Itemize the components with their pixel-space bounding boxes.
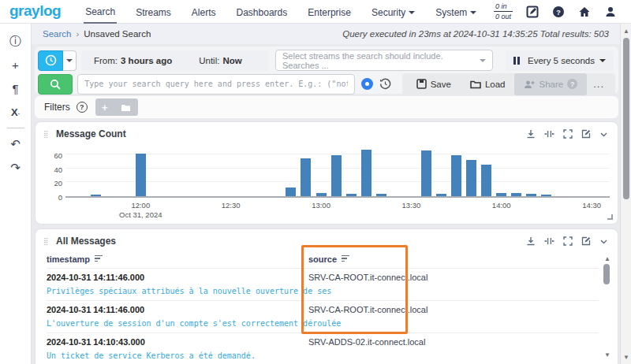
- scrollbar-thumb[interactable]: [603, 264, 610, 284]
- help-icon[interactable]: ?: [551, 5, 565, 18]
- chart-bar[interactable]: [481, 165, 491, 196]
- add-filter-button[interactable]: +: [95, 98, 138, 116]
- focus-icon[interactable]: [544, 129, 554, 139]
- x-axis-tick: 13:00: [312, 201, 330, 210]
- save-icon: [416, 79, 427, 89]
- fields-icon[interactable]: X.: [6, 102, 25, 121]
- message-count-plot[interactable]: [65, 149, 610, 198]
- undo-icon[interactable]: ↶: [6, 135, 25, 154]
- info-circle-icon[interactable]: ⓘ: [6, 32, 25, 50]
- nav-search[interactable]: Search: [84, 0, 117, 24]
- chart-bar[interactable]: [136, 154, 146, 196]
- download-icon[interactable]: [526, 236, 536, 246]
- chart-bar[interactable]: [331, 155, 342, 196]
- search-query-input[interactable]: [77, 74, 354, 95]
- chevron-down-icon[interactable]: [599, 130, 608, 139]
- chart-bar[interactable]: [421, 150, 431, 196]
- scrollbar-thumb[interactable]: [623, 38, 629, 199]
- plus-icon[interactable]: +: [6, 55, 25, 74]
- message-text: L'ouverture de session d'un compte s'est…: [47, 319, 599, 328]
- sort-icon[interactable]: [95, 255, 103, 264]
- edit-icon[interactable]: [581, 129, 591, 139]
- message-text: Privilèges spéciaux attribués à la nouve…: [47, 287, 599, 295]
- chart-bar[interactable]: [466, 160, 476, 196]
- share-button[interactable]: Share ?: [514, 73, 587, 95]
- table-row[interactable]: 2024-10-31 14:11:46.000 SRV-CA-ROOT.it-c…: [47, 268, 599, 300]
- scroll-down-arrow[interactable]: ▼: [621, 351, 631, 362]
- save-button[interactable]: Save: [407, 73, 461, 95]
- time-range-caret-button[interactable]: [63, 50, 77, 71]
- chart-bar[interactable]: [436, 194, 446, 196]
- throughput-indicator[interactable]: 0 in 0 out: [494, 2, 513, 20]
- search-button[interactable]: [38, 74, 73, 95]
- chart-bar[interactable]: [361, 150, 372, 196]
- left-sidebar: ⓘ + ¶ X. ↶ ↷: [0, 24, 32, 364]
- edit-icon[interactable]: [525, 5, 539, 18]
- scroll-up-arrow[interactable]: ▲: [621, 25, 631, 36]
- refresh-interval-select[interactable]: Every 5 seconds: [528, 56, 606, 65]
- edit-icon[interactable]: [581, 236, 591, 246]
- nav-enterprise[interactable]: Enterprise: [306, 1, 353, 23]
- table-row[interactable]: 2024-10-31 14:10:43.000 SRV-ADDS-02.it-c…: [47, 332, 599, 364]
- drag-handle-icon[interactable]: ⣿: [43, 240, 51, 243]
- y-axis-tick: 40: [47, 165, 62, 174]
- breadcrumb-bar: Search › Unsaved Search Query executed i…: [32, 24, 620, 44]
- column-header-timestamp[interactable]: timestamp: [47, 254, 308, 264]
- search-actions-group: Save Load Share ? ...: [402, 73, 615, 95]
- time-range-button[interactable]: [38, 50, 63, 71]
- sidebar-divider: [7, 128, 24, 128]
- nav-dashboards[interactable]: Dashboards: [235, 1, 289, 23]
- sort-icon[interactable]: [342, 255, 349, 264]
- svg-text:?: ?: [556, 8, 561, 16]
- scroll-up-arrow[interactable]: ▲: [602, 253, 613, 264]
- all-messages-widget: ⣿ All Messages timestamp source: [35, 228, 618, 364]
- pause-icon[interactable]: [513, 57, 520, 65]
- y-axis-tick: 20: [47, 179, 62, 188]
- column-header-source[interactable]: source: [308, 254, 599, 264]
- download-icon[interactable]: [526, 129, 536, 139]
- user-icon[interactable]: [603, 5, 617, 18]
- nav-system[interactable]: System: [434, 1, 478, 23]
- chevron-down-icon[interactable]: [599, 237, 608, 246]
- chart-bar[interactable]: [91, 195, 101, 196]
- nav-streams[interactable]: Streams: [134, 1, 173, 23]
- redo-icon[interactable]: ↷: [6, 158, 25, 177]
- chart-bar[interactable]: [451, 155, 461, 196]
- chart-bar[interactable]: [316, 193, 327, 196]
- chevron-down-icon: [470, 11, 476, 14]
- graylog-logo[interactable]: graylog: [9, 2, 61, 20]
- resize-handle[interactable]: [607, 214, 613, 220]
- pilcrow-icon[interactable]: ¶: [6, 79, 25, 98]
- chart-bar[interactable]: [526, 194, 536, 196]
- chart-bar[interactable]: [376, 194, 386, 196]
- scroll-down-arrow[interactable]: ▼: [602, 349, 613, 360]
- nav-security[interactable]: Security: [370, 1, 416, 23]
- filters-help-icon[interactable]: ?: [77, 102, 88, 113]
- folder-icon: [470, 80, 481, 89]
- query-history-icon[interactable]: [379, 78, 391, 90]
- breadcrumb-separator: ›: [76, 29, 79, 39]
- query-help-icon[interactable]: [361, 78, 373, 90]
- fullscreen-icon[interactable]: [563, 129, 573, 139]
- chart-bar[interactable]: [511, 193, 521, 196]
- nav-alerts[interactable]: Alerts: [190, 1, 218, 23]
- chart-bar[interactable]: [346, 194, 357, 196]
- table-scrollbar: ▲ ▼: [602, 253, 611, 360]
- source-cell: SRV-ADDS-02.it-connect.local: [308, 337, 599, 347]
- chart-bar[interactable]: [496, 193, 506, 196]
- time-range-display[interactable]: From:3 hours ago Until:Now: [81, 50, 269, 71]
- stream-select[interactable]: Select streams the search should include…: [275, 50, 493, 71]
- table-row[interactable]: 2024-10-31 14:11:46.000 SRV-CA-ROOT.it-c…: [47, 300, 599, 332]
- load-button[interactable]: Load: [461, 73, 515, 95]
- chart-bar[interactable]: [541, 195, 551, 196]
- breadcrumb-search-link[interactable]: Search: [43, 29, 71, 39]
- home-icon[interactable]: [577, 5, 591, 18]
- more-actions-button[interactable]: ...: [587, 78, 610, 90]
- chart-bar[interactable]: [301, 158, 311, 196]
- fullscreen-icon[interactable]: [563, 236, 573, 246]
- chart-bar[interactable]: [286, 188, 296, 196]
- drag-handle-icon[interactable]: ⣿: [43, 132, 51, 136]
- chevron-down-icon: [409, 11, 415, 14]
- focus-icon[interactable]: [544, 236, 554, 246]
- share-user-icon: [524, 80, 535, 89]
